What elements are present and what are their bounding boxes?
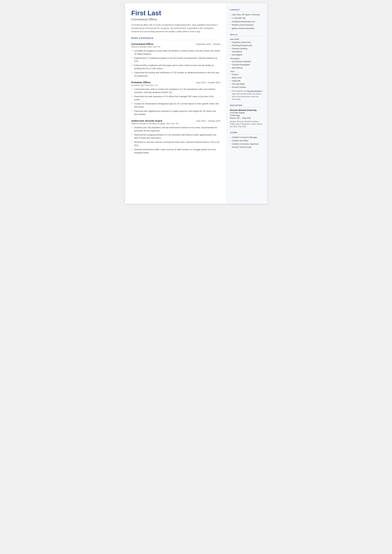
- job-company-1: Resume Worded, New York, NY: [131, 46, 220, 48]
- technique-3: Self Defense: [230, 67, 263, 69]
- hard-skill-2: Patrolling (Experienced): [230, 44, 263, 47]
- education-section: EDUCATION Resume Worded University Assoc…: [230, 104, 263, 128]
- contact-linkedin: linkedin.com/in/username: [230, 24, 263, 26]
- hard-skills-list: Inspection (Advanced) Patrolling (Experi…: [230, 41, 263, 56]
- contact-section: CONTACT Little Rock, AR (Open to Remote)…: [230, 9, 263, 30]
- job-block-3: Undercover Security Guard June 2010 – Ja…: [131, 119, 220, 154]
- edu-field: Criminology: [230, 114, 263, 117]
- hard-skill-5: Interrogation: [230, 54, 263, 56]
- job-dates-2: June 2013 – October 2015: [196, 81, 220, 84]
- bullet-2-3: Created an individualized reintegration …: [131, 102, 220, 108]
- bullet-3-2: Observed the shopping activities of 1.3K…: [131, 133, 220, 140]
- job-title-2: Probation Officer: [131, 81, 151, 84]
- edu-degree: Associate Degree: [230, 112, 263, 114]
- contact-list: Little Rock, AR (Open to Remote) +1-234-…: [230, 14, 263, 30]
- candidate-name: First Last: [131, 9, 220, 17]
- job-title-1: Correctional Officer: [131, 43, 154, 45]
- bullet-2-1: Conducted home visits to monitor the com…: [131, 88, 220, 94]
- resume-worded-pre: Don't forget to use: [232, 90, 247, 92]
- contact-phone: +1-234-456-789: [230, 17, 263, 20]
- bullet-3-1: Detained over 780 shoplifters until law …: [131, 126, 220, 132]
- bullet-1-3: Enforced 95% compliance with thorough se…: [131, 64, 220, 70]
- contact-location: Little Rock, AR (Open to Remote): [230, 14, 263, 16]
- education-header: EDUCATION: [230, 104, 263, 107]
- tool-3: Handcuffs: [230, 80, 263, 82]
- bullet-3-4: Detected and blocked traffic routes used…: [131, 148, 220, 154]
- tool-5: Security Camera: [230, 86, 263, 89]
- job-dates-3: June 2010 – January 2013: [196, 120, 220, 122]
- hard-skills-label: Hard Skills:: [230, 38, 263, 40]
- edu-school: Resume Worded University: [230, 109, 263, 111]
- bullet-1-2: Implemented 17 institutional policies in…: [131, 56, 220, 63]
- hard-skill-1: Inspection (Advanced): [230, 41, 263, 44]
- right-column: CONTACT Little Rock, AR (Open to Remote)…: [226, 3, 267, 204]
- job-company-3: Resume Worded's Exciting Company, New Yo…: [131, 122, 220, 125]
- tool-2: Body Armor: [230, 77, 263, 79]
- contact-header: CONTACT: [230, 9, 263, 12]
- edu-block: Resume Worded University Associate Degre…: [230, 109, 263, 128]
- contact-github: github.com/resumeworded: [230, 27, 263, 30]
- work-experience-header: WORK EXPERIENCE: [131, 37, 220, 40]
- tools-list: Firearm Body Armor Handcuffs Two-way Rad…: [230, 73, 263, 88]
- bullet-3-3: Monitored 11 security cameras covering t…: [131, 140, 220, 147]
- job-block-2: Probation Officer June 2013 – October 20…: [131, 81, 220, 116]
- job-company-2: Growthsi, San Francisco, CA: [131, 84, 220, 86]
- job-title-3: Undercover Security Guard: [131, 119, 162, 122]
- resume-worded-note: Don't forget to use Resume Worded to sca…: [230, 90, 263, 101]
- contact-email: email@resumeworded.com: [230, 20, 263, 23]
- job-dates-1: November 2015 – Present: [196, 43, 220, 45]
- skills-header: SKILLS: [230, 34, 263, 36]
- candidate-summary: Correctional officer with 10 years of ex…: [131, 23, 220, 33]
- job-bullets-3: Detained over 780 shoplifters until law …: [131, 126, 220, 154]
- skills-section: SKILLS Hard Skills: Inspection (Advanced…: [230, 34, 263, 101]
- other-item-4: Security Threat Groups: [230, 146, 263, 149]
- other-header: OTHER: [230, 132, 263, 134]
- tools-label: Tools:: [230, 70, 263, 73]
- other-item-1: Certified Corrections Manager.: [230, 136, 263, 139]
- resume-page: First Last Correctional Officer Correcti…: [125, 3, 267, 204]
- hard-skill-4: Surveillance: [230, 50, 263, 53]
- other-list: Certified Corrections Manager. Certified…: [230, 136, 263, 149]
- job-bullets-1: Surveilled 28 dangerous areas within the…: [131, 49, 220, 77]
- edu-location-date: Boston, MA — May 2010: [230, 117, 263, 119]
- bullet-2-4: Partnered with neighborhood members to s…: [131, 110, 220, 116]
- techniques-list: Correctional Treatment Criminal Investig…: [230, 60, 263, 69]
- job-header-2: Probation Officer June 2013 – October 20…: [131, 81, 220, 84]
- hard-skill-3: Firearms Handling: [230, 47, 263, 50]
- technique-2: Criminal Investigation: [230, 63, 263, 66]
- left-column: First Last Correctional Officer Correcti…: [125, 3, 226, 204]
- candidate-title: Correctional Officer: [131, 18, 220, 21]
- tool-4: Two-way Radio: [230, 83, 263, 85]
- bullet-1-1: Surveilled 28 dangerous areas within the…: [131, 49, 220, 56]
- job-bullets-2: Conducted home visits to monitor the com…: [131, 88, 220, 116]
- tool-1: Firearm: [230, 73, 263, 76]
- technique-1: Correctional Treatment: [230, 60, 263, 63]
- other-section: OTHER Certified Corrections Manager. Cer…: [230, 132, 263, 149]
- bullet-1-4: Supervised the training and certificatio…: [131, 71, 220, 77]
- job-block-1: Correctional Officer November 2015 – Pre…: [131, 43, 220, 77]
- edu-awards: Awards: Resume Worded Teaching Fellow (o…: [230, 120, 263, 128]
- job-header-1: Correctional Officer November 2015 – Pre…: [131, 43, 220, 45]
- other-item-2: Certified Jail Officer.: [230, 140, 263, 142]
- bullet-2-2: Supervised the daily operations of 14 of…: [131, 95, 220, 101]
- other-item-3: Certified Corrections Supervisor: [230, 143, 263, 146]
- resume-worded-link[interactable]: Resume Worded: [247, 90, 261, 92]
- job-header-3: Undercover Security Guard June 2010 – Ja…: [131, 119, 220, 122]
- techniques-label: Techniques:: [230, 57, 263, 60]
